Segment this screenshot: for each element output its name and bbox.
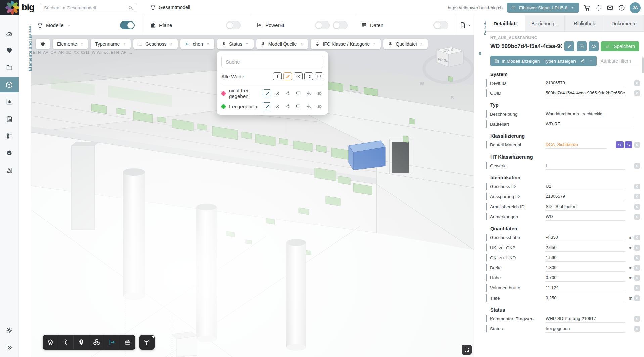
pin-alert-icon[interactable]: [74, 335, 89, 350]
eye-icon[interactable]: [315, 104, 323, 109]
target-icon[interactable]: [273, 91, 282, 96]
global-search-input[interactable]: [43, 5, 128, 11]
filter-pill-quelldatei[interactable]: Quelldatei: [383, 39, 428, 49]
sidebar-item-approvals[interactable]: [0, 145, 19, 161]
chevron-down-icon[interactable]: [589, 59, 593, 63]
attribute-value[interactable]: 0.700: [546, 274, 625, 282]
dropdown-search[interactable]: [221, 56, 323, 68]
brush-icon[interactable]: [263, 89, 271, 97]
lock-badge[interactable]: [634, 80, 640, 86]
chevron-down-icon[interactable]: [67, 23, 71, 27]
attribute-value[interactable]: WHP-SD-Prüfung-210617: [546, 315, 625, 323]
lock-badge[interactable]: [634, 265, 640, 271]
attribute-value[interactable]: 21806579: [546, 79, 625, 87]
global-model-chip[interactable]: Gesamtmodell: [150, 4, 190, 10]
save-button[interactable]: Speichern: [601, 41, 639, 51]
status-option-row[interactable]: nicht frei gegeben: [221, 88, 323, 99]
paint-roller-button[interactable]: [139, 335, 155, 350]
show-types-button[interactable]: Typen anzeigen: [544, 59, 576, 64]
daten-label[interactable]: Daten: [370, 22, 383, 28]
lock-badge[interactable]: [634, 142, 640, 148]
filter-pill-elemente[interactable]: Elemente: [53, 39, 88, 49]
lock-badge[interactable]: [634, 316, 640, 322]
sidebar-item-favorites[interactable]: [0, 43, 19, 58]
sidebar-item-projects[interactable]: [0, 60, 19, 75]
export-view-icon[interactable]: [104, 335, 120, 350]
sidebar-item-model-3d[interactable]: [0, 77, 19, 92]
modelle-dropdown[interactable]: Modelle: [46, 22, 64, 28]
text-cursor-icon[interactable]: [273, 72, 282, 80]
sidebar-item-dashboard[interactable]: [0, 26, 19, 41]
target-icon[interactable]: [273, 104, 282, 109]
attribute-value[interactable]: WD: [546, 213, 625, 221]
attribute-value[interactable]: 2.650: [546, 243, 625, 252]
powerbi-toggle-1[interactable]: [315, 21, 330, 29]
dropdown-search-input[interactable]: [225, 59, 320, 65]
filter-pill-chen[interactable]: chen: [180, 39, 214, 49]
mail-icon[interactable]: [606, 4, 614, 11]
sidebar-item-tasks[interactable]: [0, 128, 19, 144]
attribute-value[interactable]: frei gegeben: [546, 325, 625, 333]
sidebar-item-charts[interactable]: [0, 94, 19, 109]
collapse-square-button[interactable]: [577, 41, 587, 51]
visibility-button[interactable]: [589, 41, 599, 51]
project-selector-button[interactable]: Elbtower Signa_LPH5-8: [507, 3, 579, 13]
share-icon[interactable]: [283, 104, 292, 109]
bell-icon[interactable]: [595, 4, 602, 11]
brush-icon[interactable]: [283, 72, 292, 80]
edit-pencil-button[interactable]: [564, 41, 574, 51]
daten-toggle[interactable]: [433, 21, 448, 29]
filter-pill-geschoss[interactable]: Geschoss: [133, 39, 177, 49]
person-walkthrough-icon[interactable]: [58, 335, 74, 350]
share-icon[interactable]: [304, 72, 313, 80]
eye-icon[interactable]: [315, 91, 323, 96]
lock-badge[interactable]: [634, 326, 640, 332]
attribute-value[interactable]: 0.250: [546, 294, 625, 302]
sidebar-item-reports[interactable]: [0, 111, 19, 127]
tab-beziehung[interactable]: Beziehung...: [525, 15, 565, 31]
cubes-icon[interactable]: [89, 335, 104, 350]
plaene-label[interactable]: Pläne: [159, 22, 172, 28]
attribute-value[interactable]: 11.124: [546, 284, 625, 292]
lock-badge[interactable]: [634, 184, 640, 189]
lock-badge[interactable]: [634, 275, 640, 281]
attribute-value[interactable]: 1.590: [546, 254, 625, 262]
filter-pill-status[interactable]: Status: [217, 39, 254, 49]
filter-pill-typenname[interactable]: Typenname: [91, 39, 131, 49]
lock-badge[interactable]: [634, 295, 640, 301]
filter-pill-modell-quelle[interactable]: Modell Quelle: [256, 39, 308, 49]
lock-badge[interactable]: [634, 235, 640, 240]
cart-icon[interactable]: [583, 4, 591, 11]
show-in-model-button[interactable]: In Modell anzeigen: [494, 58, 540, 64]
warning-icon[interactable]: [304, 91, 313, 96]
plaene-toggle[interactable]: [226, 21, 241, 29]
brush-icon[interactable]: [263, 102, 271, 110]
panel-scrollbar[interactable]: [642, 57, 644, 73]
attribute-value[interactable]: 1.800: [546, 264, 625, 272]
tab-detailblatt[interactable]: Detailblatt: [486, 15, 525, 31]
attribute-value[interactable]: Wanddurchbruch - rechteckig: [546, 110, 633, 118]
tab-bibliothek[interactable]: Bibliothek: [565, 15, 604, 31]
model-viewport[interactable]: OBEN VORNE W E S ETH_AP_OP_AR_3D_XX_0211…: [31, 35, 474, 357]
monitor-icon[interactable]: [315, 72, 323, 80]
attribute-value[interactable]: 509bc7d4-f5a4-4caa-9065-9da2bffe658c: [546, 89, 625, 97]
attribute-value[interactable]: 21806579: [546, 192, 625, 200]
pdf-export-button[interactable]: [459, 21, 471, 29]
attribute-value[interactable]: SD - Stahlbeton: [546, 203, 625, 211]
toolbox-icon[interactable]: [120, 335, 135, 350]
attribute-value[interactable]: DCA_Sichtbeton: [546, 141, 606, 149]
powerbi-label[interactable]: PowerBI: [265, 22, 284, 28]
info-icon[interactable]: [618, 4, 625, 11]
filter-pill-favorites[interactable]: [36, 39, 50, 49]
powerbi-toggle-2[interactable]: [333, 21, 348, 29]
tab-dokumente[interactable]: Dokumente: [604, 15, 644, 31]
attribute-filter-input[interactable]: [600, 57, 639, 65]
status-option-row[interactable]: frei gegeben: [221, 102, 323, 110]
undo-button[interactable]: [616, 141, 624, 148]
target-icon[interactable]: [294, 72, 303, 80]
lock-badge[interactable]: [634, 163, 640, 169]
sidebar-item-settings[interactable]: [0, 323, 19, 338]
lock-badge[interactable]: [634, 204, 640, 210]
modelle-toggle[interactable]: [120, 21, 135, 29]
pin-panel-icon[interactable]: [477, 52, 483, 57]
